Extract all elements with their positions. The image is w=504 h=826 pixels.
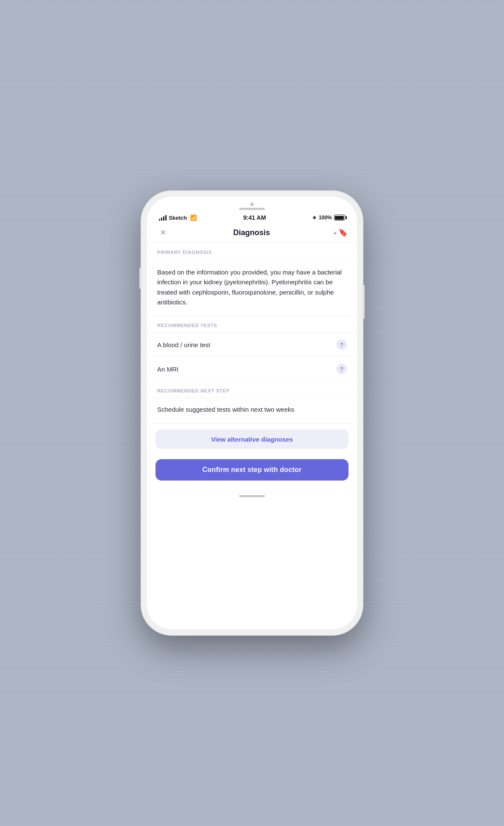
phone-screen: Sketch 📶 9:41 AM ∗ 100% × Diagnos bbox=[147, 197, 357, 629]
phone-top-notch bbox=[147, 197, 357, 212]
status-bar: Sketch 📶 9:41 AM ∗ 100% bbox=[147, 212, 357, 224]
bluetooth-icon: ∗ bbox=[312, 215, 316, 221]
test-item-mri: An MRI ? bbox=[147, 357, 357, 381]
test-label-blood: A blood / urine test bbox=[157, 341, 210, 348]
plus-icon: + bbox=[333, 229, 337, 236]
phone-outer-shell: Sketch 📶 9:41 AM ∗ 100% × Diagnos bbox=[141, 191, 363, 635]
battery-percent: 100% bbox=[319, 215, 332, 221]
test-label-mri: An MRI bbox=[157, 366, 179, 373]
wifi-icon: 📶 bbox=[190, 215, 197, 221]
signal-bar-4 bbox=[165, 215, 167, 221]
battery-icon bbox=[334, 215, 345, 221]
bottom-section: Confirm next step with doctor bbox=[147, 455, 357, 491]
signal-bar-1 bbox=[159, 219, 160, 221]
camera-dot bbox=[250, 203, 254, 206]
speaker-bar bbox=[239, 208, 265, 210]
recommended-tests-header: RECOMMENDED TESTS bbox=[147, 316, 357, 333]
view-alternative-button[interactable]: View alternative diagnoses bbox=[155, 430, 349, 449]
question-icon-blood[interactable]: ? bbox=[337, 339, 347, 350]
nav-bar: × Diagnosis + 🔖 bbox=[147, 224, 357, 243]
signal-icon bbox=[159, 215, 167, 221]
home-bar bbox=[239, 495, 265, 497]
phone-device: Sketch 📶 9:41 AM ∗ 100% × Diagnos bbox=[141, 191, 363, 635]
home-indicator bbox=[147, 491, 357, 504]
test-item-blood: A blood / urine test ? bbox=[147, 333, 357, 357]
carrier-label: Sketch bbox=[169, 215, 187, 221]
signal-bar-2 bbox=[161, 218, 162, 221]
next-step-text: Schedule suggested tests within next two… bbox=[147, 398, 357, 424]
page-title: Diagnosis bbox=[233, 228, 270, 237]
signal-bar-3 bbox=[163, 216, 164, 221]
recommended-next-step-header: RECOMMENDED NEXT STEP bbox=[147, 381, 357, 398]
close-button[interactable]: × bbox=[156, 227, 170, 238]
diagnosis-text: Based on the information you provided, y… bbox=[147, 260, 357, 316]
battery-body bbox=[334, 215, 345, 221]
bookmark-button[interactable]: + 🔖 bbox=[333, 228, 348, 237]
status-right: ∗ 100% bbox=[312, 215, 345, 221]
content-area: PRIMARY DIAGNOSIS Based on the informati… bbox=[147, 243, 357, 629]
confirm-button[interactable]: Confirm next step with doctor bbox=[155, 459, 349, 481]
status-time: 9:41 AM bbox=[243, 214, 266, 221]
primary-diagnosis-header: PRIMARY DIAGNOSIS bbox=[147, 243, 357, 260]
bookmark-icon: 🔖 bbox=[338, 228, 348, 237]
question-icon-mri[interactable]: ? bbox=[337, 364, 347, 374]
battery-fill bbox=[335, 216, 344, 220]
status-left: Sketch 📶 bbox=[159, 215, 197, 221]
